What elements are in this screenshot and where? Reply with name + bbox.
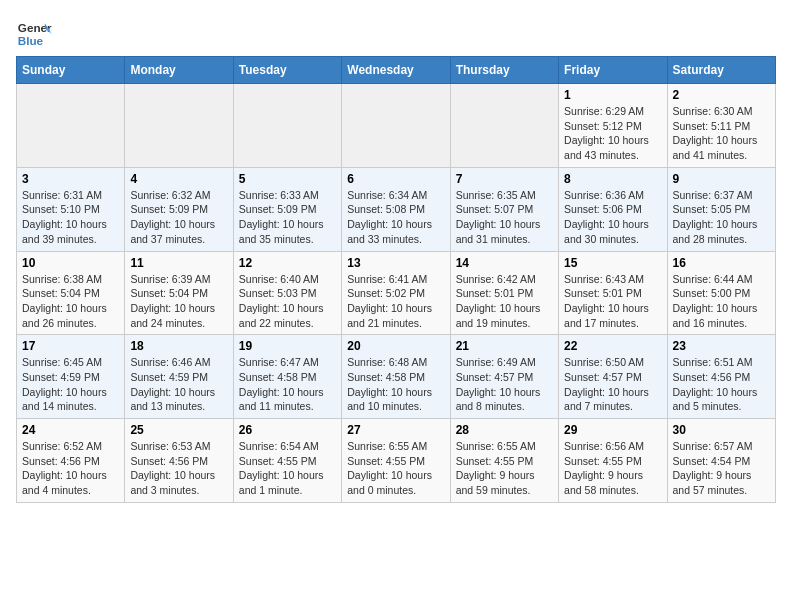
calendar-cell: 8Sunrise: 6:36 AM Sunset: 5:06 PM Daylig… [559, 167, 667, 251]
calendar-cell: 22Sunrise: 6:50 AM Sunset: 4:57 PM Dayli… [559, 335, 667, 419]
day-number: 7 [456, 172, 553, 186]
day-number: 3 [22, 172, 119, 186]
day-number: 26 [239, 423, 336, 437]
calendar-cell: 2Sunrise: 6:30 AM Sunset: 5:11 PM Daylig… [667, 84, 775, 168]
day-number: 10 [22, 256, 119, 270]
weekday-tuesday: Tuesday [233, 57, 341, 84]
calendar-cell: 11Sunrise: 6:39 AM Sunset: 5:04 PM Dayli… [125, 251, 233, 335]
day-detail: Sunrise: 6:45 AM Sunset: 4:59 PM Dayligh… [22, 355, 119, 414]
day-number: 2 [673, 88, 770, 102]
weekday-saturday: Saturday [667, 57, 775, 84]
day-detail: Sunrise: 6:46 AM Sunset: 4:59 PM Dayligh… [130, 355, 227, 414]
day-detail: Sunrise: 6:47 AM Sunset: 4:58 PM Dayligh… [239, 355, 336, 414]
week-row-5: 24Sunrise: 6:52 AM Sunset: 4:56 PM Dayli… [17, 419, 776, 503]
day-number: 28 [456, 423, 553, 437]
day-number: 23 [673, 339, 770, 353]
day-detail: Sunrise: 6:54 AM Sunset: 4:55 PM Dayligh… [239, 439, 336, 498]
day-number: 25 [130, 423, 227, 437]
calendar-cell [17, 84, 125, 168]
calendar-table: SundayMondayTuesdayWednesdayThursdayFrid… [16, 56, 776, 503]
day-number: 19 [239, 339, 336, 353]
day-number: 8 [564, 172, 661, 186]
day-detail: Sunrise: 6:31 AM Sunset: 5:10 PM Dayligh… [22, 188, 119, 247]
day-number: 24 [22, 423, 119, 437]
day-number: 29 [564, 423, 661, 437]
day-detail: Sunrise: 6:57 AM Sunset: 4:54 PM Dayligh… [673, 439, 770, 498]
calendar-cell: 21Sunrise: 6:49 AM Sunset: 4:57 PM Dayli… [450, 335, 558, 419]
day-detail: Sunrise: 6:29 AM Sunset: 5:12 PM Dayligh… [564, 104, 661, 163]
weekday-thursday: Thursday [450, 57, 558, 84]
logo-icon: General Blue [16, 16, 52, 52]
calendar-cell: 5Sunrise: 6:33 AM Sunset: 5:09 PM Daylig… [233, 167, 341, 251]
calendar-body: 1Sunrise: 6:29 AM Sunset: 5:12 PM Daylig… [17, 84, 776, 503]
day-number: 9 [673, 172, 770, 186]
day-detail: Sunrise: 6:50 AM Sunset: 4:57 PM Dayligh… [564, 355, 661, 414]
day-number: 5 [239, 172, 336, 186]
week-row-3: 10Sunrise: 6:38 AM Sunset: 5:04 PM Dayli… [17, 251, 776, 335]
day-detail: Sunrise: 6:41 AM Sunset: 5:02 PM Dayligh… [347, 272, 444, 331]
day-number: 27 [347, 423, 444, 437]
calendar-cell: 28Sunrise: 6:55 AM Sunset: 4:55 PM Dayli… [450, 419, 558, 503]
day-number: 1 [564, 88, 661, 102]
calendar-cell: 24Sunrise: 6:52 AM Sunset: 4:56 PM Dayli… [17, 419, 125, 503]
day-detail: Sunrise: 6:35 AM Sunset: 5:07 PM Dayligh… [456, 188, 553, 247]
day-number: 30 [673, 423, 770, 437]
calendar-cell: 1Sunrise: 6:29 AM Sunset: 5:12 PM Daylig… [559, 84, 667, 168]
calendar-cell [450, 84, 558, 168]
calendar-cell: 9Sunrise: 6:37 AM Sunset: 5:05 PM Daylig… [667, 167, 775, 251]
page-header: General Blue [16, 16, 776, 52]
day-number: 21 [456, 339, 553, 353]
weekday-sunday: Sunday [17, 57, 125, 84]
day-number: 4 [130, 172, 227, 186]
day-detail: Sunrise: 6:36 AM Sunset: 5:06 PM Dayligh… [564, 188, 661, 247]
calendar-cell: 19Sunrise: 6:47 AM Sunset: 4:58 PM Dayli… [233, 335, 341, 419]
day-number: 15 [564, 256, 661, 270]
calendar-cell: 23Sunrise: 6:51 AM Sunset: 4:56 PM Dayli… [667, 335, 775, 419]
calendar-cell: 6Sunrise: 6:34 AM Sunset: 5:08 PM Daylig… [342, 167, 450, 251]
day-number: 18 [130, 339, 227, 353]
calendar-cell [125, 84, 233, 168]
day-detail: Sunrise: 6:56 AM Sunset: 4:55 PM Dayligh… [564, 439, 661, 498]
day-detail: Sunrise: 6:48 AM Sunset: 4:58 PM Dayligh… [347, 355, 444, 414]
day-detail: Sunrise: 6:55 AM Sunset: 4:55 PM Dayligh… [347, 439, 444, 498]
day-detail: Sunrise: 6:34 AM Sunset: 5:08 PM Dayligh… [347, 188, 444, 247]
weekday-monday: Monday [125, 57, 233, 84]
weekday-wednesday: Wednesday [342, 57, 450, 84]
weekday-header-row: SundayMondayTuesdayWednesdayThursdayFrid… [17, 57, 776, 84]
calendar-cell: 20Sunrise: 6:48 AM Sunset: 4:58 PM Dayli… [342, 335, 450, 419]
day-number: 16 [673, 256, 770, 270]
calendar-cell: 12Sunrise: 6:40 AM Sunset: 5:03 PM Dayli… [233, 251, 341, 335]
day-detail: Sunrise: 6:38 AM Sunset: 5:04 PM Dayligh… [22, 272, 119, 331]
calendar-cell: 29Sunrise: 6:56 AM Sunset: 4:55 PM Dayli… [559, 419, 667, 503]
day-number: 6 [347, 172, 444, 186]
calendar-cell [342, 84, 450, 168]
week-row-1: 1Sunrise: 6:29 AM Sunset: 5:12 PM Daylig… [17, 84, 776, 168]
calendar-cell: 15Sunrise: 6:43 AM Sunset: 5:01 PM Dayli… [559, 251, 667, 335]
calendar-cell: 26Sunrise: 6:54 AM Sunset: 4:55 PM Dayli… [233, 419, 341, 503]
day-detail: Sunrise: 6:32 AM Sunset: 5:09 PM Dayligh… [130, 188, 227, 247]
day-number: 17 [22, 339, 119, 353]
day-detail: Sunrise: 6:52 AM Sunset: 4:56 PM Dayligh… [22, 439, 119, 498]
day-detail: Sunrise: 6:55 AM Sunset: 4:55 PM Dayligh… [456, 439, 553, 498]
week-row-4: 17Sunrise: 6:45 AM Sunset: 4:59 PM Dayli… [17, 335, 776, 419]
day-detail: Sunrise: 6:42 AM Sunset: 5:01 PM Dayligh… [456, 272, 553, 331]
calendar-cell: 27Sunrise: 6:55 AM Sunset: 4:55 PM Dayli… [342, 419, 450, 503]
calendar-cell: 3Sunrise: 6:31 AM Sunset: 5:10 PM Daylig… [17, 167, 125, 251]
day-number: 11 [130, 256, 227, 270]
day-detail: Sunrise: 6:53 AM Sunset: 4:56 PM Dayligh… [130, 439, 227, 498]
day-number: 22 [564, 339, 661, 353]
svg-text:Blue: Blue [18, 34, 44, 47]
day-number: 12 [239, 256, 336, 270]
day-detail: Sunrise: 6:37 AM Sunset: 5:05 PM Dayligh… [673, 188, 770, 247]
calendar-cell: 18Sunrise: 6:46 AM Sunset: 4:59 PM Dayli… [125, 335, 233, 419]
calendar-cell: 14Sunrise: 6:42 AM Sunset: 5:01 PM Dayli… [450, 251, 558, 335]
calendar-cell: 10Sunrise: 6:38 AM Sunset: 5:04 PM Dayli… [17, 251, 125, 335]
day-number: 20 [347, 339, 444, 353]
calendar-cell: 13Sunrise: 6:41 AM Sunset: 5:02 PM Dayli… [342, 251, 450, 335]
calendar-cell: 30Sunrise: 6:57 AM Sunset: 4:54 PM Dayli… [667, 419, 775, 503]
day-detail: Sunrise: 6:40 AM Sunset: 5:03 PM Dayligh… [239, 272, 336, 331]
calendar-cell: 16Sunrise: 6:44 AM Sunset: 5:00 PM Dayli… [667, 251, 775, 335]
logo: General Blue [16, 16, 52, 52]
day-detail: Sunrise: 6:33 AM Sunset: 5:09 PM Dayligh… [239, 188, 336, 247]
day-detail: Sunrise: 6:49 AM Sunset: 4:57 PM Dayligh… [456, 355, 553, 414]
